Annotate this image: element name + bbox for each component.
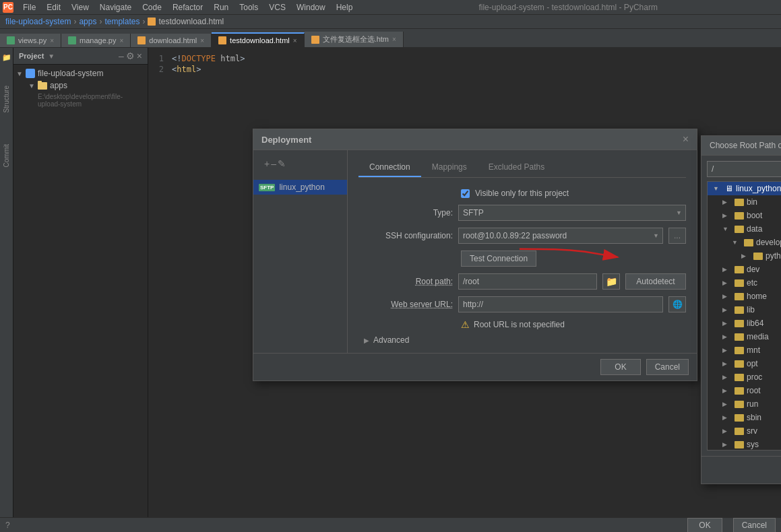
dep-add-btn[interactable]: + — [264, 158, 270, 169]
tab-chinese-html[interactable]: 文件复选框全选.htm × — [305, 32, 404, 47]
web-url-input[interactable] — [458, 296, 663, 312]
dep-server-name: linux_python — [279, 182, 324, 192]
menu-navigate[interactable]: Navigate — [94, 1, 137, 13]
root-tree-srv[interactable]: ▶ srv — [708, 424, 781, 438]
root-tree-etc[interactable]: ▶ etc — [708, 276, 781, 290]
type-row: Type: SFTP — [358, 205, 686, 221]
advanced-row[interactable]: ▶ Advanced — [358, 335, 686, 345]
root-tree-mnt[interactable]: ▶ mnt — [708, 343, 781, 357]
breadcrumb-file[interactable]: testdownload.html — [158, 17, 224, 26]
breadcrumb-sep-2: › — [99, 17, 102, 26]
dev-expand-icon: ▼ — [732, 239, 741, 246]
tree-apps-icon — [38, 82, 47, 90]
root-tree-dev[interactable]: ▶ dev — [708, 263, 781, 276]
tab-close-testdownload[interactable]: × — [293, 37, 297, 44]
root-tree-opt[interactable]: ▶ opt — [708, 357, 781, 370]
menu-code[interactable]: Code — [137, 1, 167, 13]
root-tree-lib64[interactable]: ▶ lib64 — [708, 317, 781, 330]
menu-help[interactable]: Help — [331, 1, 358, 13]
panel-actions: – ⚙ × — [119, 51, 142, 61]
root-tree-data[interactable]: ▼ data — [708, 222, 781, 236]
deployment-cancel-btn[interactable]: Cancel — [646, 359, 689, 375]
opt-expand-icon: ▶ — [722, 360, 732, 367]
browse-btn[interactable]: 📁 — [602, 273, 620, 290]
panel-header: Project ▼ – ⚙ × — [13, 48, 148, 65]
deployment-ok-btn[interactable]: OK — [600, 359, 640, 375]
tab-connection[interactable]: Connection — [358, 158, 421, 177]
menu-file[interactable]: File — [18, 1, 41, 13]
root-tree-development[interactable]: ▼ development — [708, 236, 781, 249]
tab-mappings[interactable]: Mappings — [421, 158, 478, 177]
panel-close-btn[interactable]: × — [137, 51, 142, 61]
test-connection-btn[interactable]: Test Connection — [461, 251, 536, 267]
dep-remove-btn[interactable]: – — [271, 158, 276, 169]
tab-label-manage: manage.py — [80, 36, 116, 44]
root-tree-media[interactable]: ▶ media — [708, 330, 781, 343]
visible-only-checkbox[interactable] — [461, 189, 470, 198]
root-tree-proc[interactable]: ▶ proc — [708, 370, 781, 384]
panel-minimize-btn[interactable]: – — [119, 51, 124, 61]
test-connection-row: Test Connection — [358, 251, 686, 267]
commit-tab[interactable]: Commit — [0, 129, 13, 182]
media-label: media — [747, 332, 769, 341]
tree-root-item[interactable]: ▼ file-upload-system — [13, 67, 148, 79]
deployment-dialog: Deployment × + – ✎ — [253, 129, 697, 381]
root-tree-sys[interactable]: ▶ sys — [708, 438, 781, 451]
breadcrumb-templates[interactable]: templates — [104, 17, 139, 26]
tab-close-chinese[interactable]: × — [392, 36, 396, 43]
tab-close-download[interactable]: × — [200, 37, 204, 44]
menu-view[interactable]: View — [66, 1, 94, 13]
project-tab-btn[interactable]: 📁 — [0, 51, 13, 64]
ssh-config-select[interactable]: root@10.0.0.89:22 password — [458, 228, 663, 244]
dep-server-item[interactable]: SFTP linux_python — [253, 180, 347, 195]
lib-folder-icon — [735, 306, 744, 314]
editor-content[interactable]: 1 <!DOCTYPE html> 2 <html> — [148, 48, 781, 80]
tab-icon-download — [137, 36, 146, 44]
tab-views-py[interactable]: views.py × — [0, 34, 61, 47]
root-tree-server[interactable]: ▼ 🖥 linux_python (10.0.0.89) — [708, 182, 781, 195]
dep-edit-btn[interactable]: ✎ — [278, 158, 286, 169]
root-tree-boot[interactable]: ▶ boot — [708, 209, 781, 222]
root-tree-root[interactable]: ▶ root — [708, 384, 781, 397]
menu-refactor[interactable]: Refactor — [167, 1, 208, 13]
panel-settings-btn[interactable]: ⚙ — [126, 51, 135, 61]
menu-tools[interactable]: Tools — [234, 1, 263, 13]
tab-close-manage[interactable]: × — [119, 37, 123, 44]
root-tree-python[interactable]: ▶ python — [708, 249, 781, 263]
breadcrumb-root[interactable]: file-upload-system — [5, 17, 71, 26]
bottom-ok-btn[interactable]: OK — [687, 518, 722, 533]
tree-apps-item[interactable]: ▼ apps — [13, 79, 148, 92]
tree-apps-expand: ▼ — [28, 82, 35, 90]
dialog-close-btn[interactable]: × — [683, 133, 689, 145]
structure-tab[interactable]: Structure — [0, 72, 13, 126]
server-expand-icon: ▼ — [713, 185, 722, 192]
tab-close-views[interactable]: × — [50, 37, 54, 44]
root-path-dialog-input[interactable] — [707, 161, 781, 177]
breadcrumb-apps[interactable]: apps — [79, 17, 96, 26]
bottom-cancel-btn[interactable]: Cancel — [733, 518, 776, 533]
lib-expand-icon: ▶ — [722, 306, 732, 313]
srv-label: srv — [747, 426, 757, 436]
menu-vcs[interactable]: VCS — [263, 1, 291, 13]
tab-excluded[interactable]: Excluded Paths — [478, 158, 555, 177]
root-tree-home[interactable]: ▶ home — [708, 290, 781, 303]
globe-btn[interactable]: 🌐 — [668, 296, 686, 312]
menu-run[interactable]: Run — [208, 1, 234, 13]
type-select[interactable]: SFTP — [458, 205, 686, 221]
root-tree-sbin[interactable]: ▶ sbin — [708, 411, 781, 424]
menu-window[interactable]: Window — [291, 1, 331, 13]
panel-dropdown-icon[interactable]: ▼ — [48, 53, 55, 60]
tab-download-html[interactable]: download.html × — [131, 34, 212, 47]
tree-path-text: E:\desktop\development\file-upload-syste… — [38, 93, 142, 108]
help-btn[interactable]: ? — [5, 521, 10, 530]
root-tree-lib[interactable]: ▶ lib — [708, 303, 781, 317]
ssh-config-extra-btn[interactable]: ... — [668, 228, 686, 244]
root-tree-run[interactable]: ▶ run — [708, 397, 781, 411]
root-tree-bin[interactable]: ▶ bin — [708, 195, 781, 209]
tab-manage-py[interactable]: manage.py × — [61, 34, 131, 47]
dialog-inner: + – ✎ SFTP linux_python — [253, 150, 697, 353]
root-path-input[interactable] — [458, 273, 597, 290]
autodetect-btn[interactable]: Autodetect — [625, 273, 686, 290]
menu-edit[interactable]: Edit — [41, 1, 66, 13]
tab-testdownload-html[interactable]: testdownload.html × — [212, 32, 305, 47]
